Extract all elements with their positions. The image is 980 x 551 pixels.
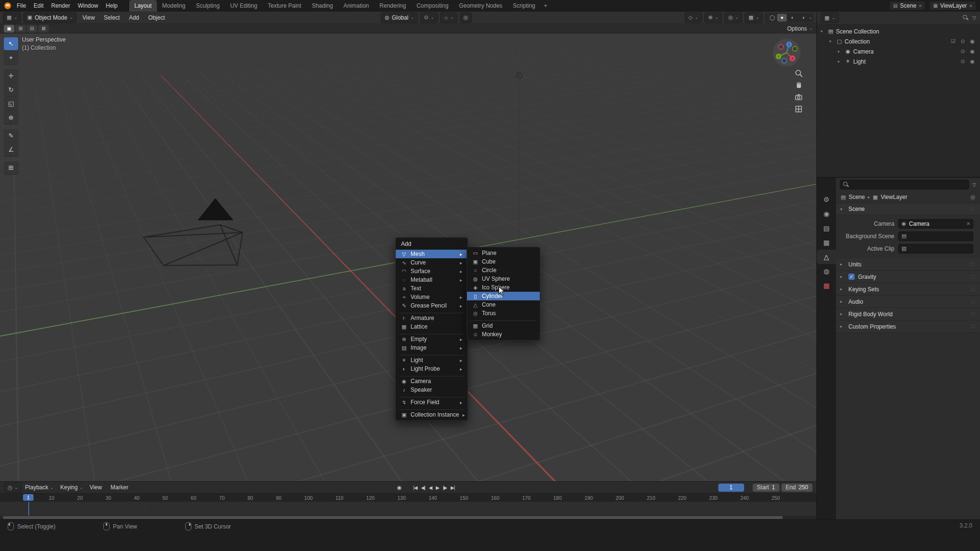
show-gizmos-button[interactable]: ⊕ ⌄ xyxy=(704,12,722,23)
add-menu-item-light-probe[interactable]: ◐ Light Probe xyxy=(396,364,468,373)
panel-checkbox[interactable] xyxy=(848,274,855,280)
outliner-row-scene-collection[interactable]: ▾ ▤ Scene Collection xyxy=(817,26,980,36)
add-menu-item[interactable] xyxy=(396,373,468,377)
expand-arrow-icon[interactable]: ▸ xyxy=(838,59,843,64)
viewport-menu-add[interactable]: Add xyxy=(125,14,142,21)
properties-tab-tool[interactable]: ⚙ xyxy=(817,192,836,207)
tool-cursor[interactable]: ⌖ xyxy=(4,51,18,64)
jump-to-start-button[interactable]: |◀ xyxy=(411,484,419,491)
tool-rotate[interactable]: ↻ xyxy=(4,83,18,96)
filter-icon[interactable]: ▽ xyxy=(972,15,976,21)
add-workspace-button[interactable]: + xyxy=(541,0,551,11)
previous-keyframe-button[interactable]: ◀| xyxy=(419,484,427,491)
outliner-row-light[interactable]: ▸ ☀ Light ⊙ ◉ xyxy=(817,56,980,66)
playhead-frame-badge[interactable]: 1 xyxy=(23,494,33,501)
properties-tab-output[interactable]: ▤ xyxy=(817,221,836,235)
mesh-menu-item[interactable] xyxy=(467,318,540,321)
add-menu-item-light[interactable]: ☀ Light xyxy=(396,356,468,364)
filter-icon[interactable]: ▽ xyxy=(972,182,976,187)
tool-add-cube[interactable]: ⊞ xyxy=(4,161,18,174)
add-menu-item-metaball[interactable]: ◌ Metaball xyxy=(396,276,468,284)
timeline-ruler[interactable]: 1020304050607080901001101201301401501601… xyxy=(0,493,816,502)
proportional-editing-button[interactable]: ◎ xyxy=(460,12,472,23)
jump-to-end-button[interactable]: ▶| xyxy=(449,484,457,491)
timeline-menu-view[interactable]: View xyxy=(86,484,107,491)
shading-wireframe-button[interactable]: ◯ xyxy=(767,14,776,22)
workspace-tab-modeling[interactable]: Modeling xyxy=(157,0,191,11)
app-menu-edit[interactable]: Edit xyxy=(30,0,47,11)
tool-annotate[interactable]: ✎ xyxy=(4,129,18,142)
add-menu-item[interactable] xyxy=(396,310,468,314)
viewport-menu-object[interactable]: Object xyxy=(145,14,168,21)
panel-grip-icon[interactable]: ∷ xyxy=(971,261,976,268)
mesh-menu-item-cube[interactable]: ▣ Cube xyxy=(467,257,540,266)
expand-arrow-icon[interactable]: ▸ xyxy=(840,287,845,291)
exclude-checkbox-icon[interactable]: ☑ xyxy=(949,38,957,44)
panel-grip-icon[interactable]: ∷ xyxy=(971,286,976,293)
properties-tab-render[interactable]: ◉ xyxy=(817,207,836,221)
toggle-ortho-button[interactable] xyxy=(794,105,803,113)
workspace-tab-uv-editing[interactable]: UV Editing xyxy=(225,0,263,11)
mesh-menu-item-torus[interactable]: ◎ Torus xyxy=(467,309,540,318)
play-reverse-button[interactable]: ◀ xyxy=(427,484,434,491)
viewport-menu-view[interactable]: View xyxy=(79,14,98,21)
add-menu-item-curve[interactable]: ∿ Curve xyxy=(396,258,468,267)
mesh-menu-item-grid[interactable]: ▦ Grid xyxy=(467,321,540,330)
timeline-track-area[interactable] xyxy=(0,502,816,516)
properties-search[interactable] xyxy=(840,180,969,189)
disable-render-icon[interactable]: ◉ xyxy=(969,38,976,44)
select-mode-new[interactable]: ▣ xyxy=(4,25,14,33)
add-menu-item-empty[interactable]: ⊕ Empty xyxy=(396,335,468,343)
camera-view-button[interactable] xyxy=(794,93,803,101)
panel-keying-sets[interactable]: ▸ Keying Sets ∷ xyxy=(836,283,980,296)
selectability-visibility-button[interactable]: ◇ ⌄ xyxy=(685,12,702,23)
add-menu-item-grease-pencil[interactable]: ✎ Grease Pencil xyxy=(396,301,468,310)
scene-unlink-icon[interactable]: × xyxy=(919,3,922,9)
playhead-line[interactable] xyxy=(28,502,29,516)
blender-logo-icon[interactable] xyxy=(4,2,11,9)
options-dropdown[interactable]: Options ⌄ xyxy=(787,25,813,32)
zoom-button[interactable] xyxy=(794,69,803,77)
record-button[interactable]: ◉ xyxy=(395,484,404,492)
properties-tab-world[interactable]: ◍ xyxy=(817,264,836,278)
viewport-menu-select[interactable]: Select xyxy=(100,14,123,21)
add-menu-item-text[interactable]: a Text xyxy=(396,284,468,293)
frame-end-field[interactable]: End 250 xyxy=(781,484,813,492)
tool-measure[interactable]: ∠ xyxy=(4,143,18,156)
scene-panel-header[interactable]: ▾ Scene ∷ xyxy=(836,203,980,215)
select-mode-intersect[interactable]: ⊠ xyxy=(38,25,49,33)
hide-viewport-icon[interactable]: ⊙ xyxy=(959,58,967,65)
timeline-menu-playback[interactable]: Playback ⌄ xyxy=(22,484,56,491)
property-field[interactable]: ▤ xyxy=(898,231,973,241)
current-frame-field[interactable]: 1 xyxy=(718,484,744,492)
mode-dropdown[interactable]: ▣ Object Mode ⌄ xyxy=(23,12,77,23)
expand-arrow-icon[interactable]: ▾ xyxy=(821,29,825,33)
disable-render-icon[interactable]: ◉ xyxy=(969,48,976,55)
tool-move[interactable]: ✛ xyxy=(4,69,18,82)
workspace-tab-layout[interactable]: Layout xyxy=(129,0,157,11)
tool-scale[interactable]: ◱ xyxy=(4,97,18,110)
disable-render-icon[interactable]: ◉ xyxy=(969,58,976,65)
panel-rigid-body-world[interactable]: ▸ Rigid Body World ∷ xyxy=(836,308,980,320)
panel-grip-icon[interactable]: ∷ xyxy=(971,298,976,305)
workspace-tab-compositing[interactable]: Compositing xyxy=(411,0,454,11)
timeline-menu-keying[interactable]: Keying ⌄ xyxy=(57,484,86,491)
expand-arrow-icon[interactable]: ▸ xyxy=(840,262,845,266)
add-menu-item-armature[interactable]: ⊦ Armature xyxy=(396,314,468,322)
pan-button[interactable] xyxy=(794,81,803,89)
properties-tab-texture[interactable]: ▩ xyxy=(817,278,836,293)
expand-arrow-icon[interactable]: ▸ xyxy=(840,324,845,329)
play-button[interactable]: ▶ xyxy=(434,484,441,491)
panel-grip-icon[interactable]: ∷ xyxy=(971,323,976,330)
expand-arrow-icon[interactable]: ▸ xyxy=(840,299,845,304)
shading-rendered-button[interactable]: ◑ xyxy=(798,14,808,22)
workspace-tab-shading[interactable]: Shading xyxy=(307,0,338,11)
shading-material-button[interactable]: ◐ xyxy=(788,14,797,22)
tool-select-box[interactable]: ↖ xyxy=(4,37,18,50)
panel-units[interactable]: ▸ Units ∷ xyxy=(836,258,980,271)
select-mode-subtract[interactable]: ⊟ xyxy=(27,25,37,33)
shading-solid-button[interactable]: ● xyxy=(777,14,787,22)
mesh-menu-item-monkey[interactable]: ☺ Monkey xyxy=(467,330,540,339)
next-keyframe-button[interactable]: |▶ xyxy=(441,484,448,491)
viewlayer-unlink-icon[interactable]: × xyxy=(969,3,972,9)
